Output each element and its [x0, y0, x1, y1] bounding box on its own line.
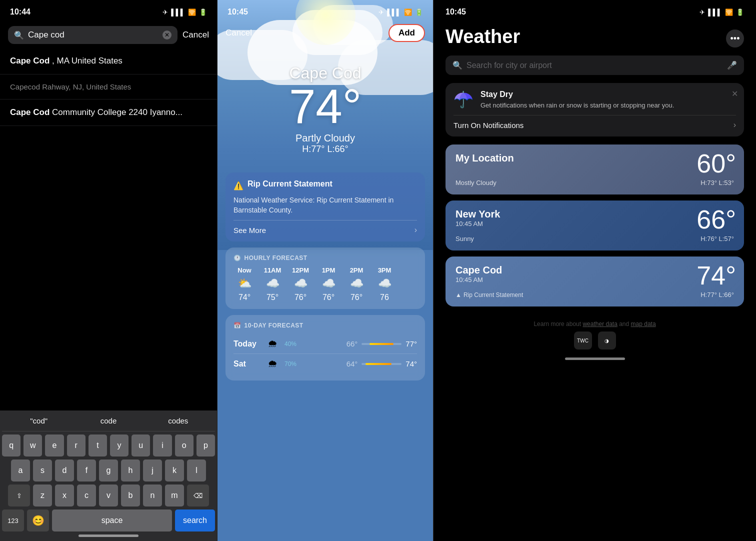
key-s[interactable]: s: [33, 460, 52, 482]
hourly-icon: ☁️: [294, 277, 308, 290]
shift-key[interactable]: ⇧: [8, 484, 30, 506]
key-t[interactable]: t: [88, 434, 107, 456]
stay-dry-content: ☂️ Stay Dry Get notifications when rain …: [454, 90, 736, 110]
key-e[interactable]: e: [45, 434, 64, 456]
key-y[interactable]: y: [110, 434, 128, 456]
key-b[interactable]: b: [121, 484, 140, 506]
key-u[interactable]: u: [132, 434, 150, 456]
tenday-row: Sat 🌧 70% 64° 74°: [234, 354, 417, 374]
tenday-icon: 🌧: [264, 358, 282, 370]
emoji-key[interactable]: 😊: [27, 510, 49, 532]
suggestion-2[interactable]: code: [74, 414, 143, 427]
stay-dry-text: Stay Dry Get notifications when rain or …: [480, 90, 674, 110]
turn-on-notifications-button[interactable]: Turn On Notifications: [454, 121, 524, 130]
key-h[interactable]: h: [121, 460, 140, 482]
result-secondary: Capecod Rahway, NJ, United States: [10, 82, 207, 91]
rip-current-card: ⚠️ Rip Current Statement National Weathe…: [226, 172, 425, 242]
hourly-temp: 76°: [350, 293, 362, 302]
loc-name-ny: New York: [456, 208, 500, 220]
key-w[interactable]: w: [24, 434, 42, 456]
loc-name-col-ny: New York 10:45 AM: [456, 208, 500, 228]
weather-add-button[interactable]: Add: [388, 24, 425, 42]
cape-cod-card[interactable]: Cape Cod 10:45 AM 74° ▲ Rip Current Stat…: [446, 256, 744, 306]
battery-icon-w: 🔋: [415, 8, 423, 16]
hourly-icon: ☁️: [266, 277, 280, 290]
key-i[interactable]: i: [153, 434, 172, 456]
loc-name-col-cc: Cape Cod 10:45 AM: [456, 264, 502, 284]
key-r[interactable]: r: [67, 434, 86, 456]
tenday-forecast-label: 📅 10-DAY FORECAST: [234, 322, 417, 329]
mic-icon-list: 🎤: [727, 60, 737, 70]
keyboard-row-1: q w e r t y u i o p: [2, 434, 215, 456]
search-box[interactable]: 🔍 Cape cod ✕: [8, 26, 178, 44]
loc-temp-cc: 74°: [696, 262, 736, 288]
search-clear-button[interactable]: ✕: [162, 30, 172, 40]
loc-temp-my: 60°: [696, 150, 736, 176]
loc-condition-ny: Sunny: [456, 235, 474, 242]
search-panel: 10:44 ✈ ▌▌▌ 🛜 🔋 🔍 Cape cod ✕ Cancel Cape…: [0, 0, 218, 541]
suggestion-3[interactable]: codes: [144, 414, 213, 427]
suggestion-1[interactable]: "cod": [4, 414, 74, 427]
search-result-item[interactable]: Cape Cod Community College 2240 Iyanno..…: [0, 100, 217, 126]
key-q[interactable]: q: [2, 434, 20, 456]
key-n[interactable]: n: [143, 484, 162, 506]
loc-name-cc: Cape Cod: [456, 264, 502, 276]
loc-top-row-cc: Cape Cod 10:45 AM 74°: [456, 264, 734, 284]
key-a[interactable]: a: [11, 460, 30, 482]
delete-key[interactable]: ⌫: [187, 484, 209, 506]
status-bar-weather: 10:45 ✈ ▌▌▌ 🛜 🔋: [218, 0, 433, 22]
num-key[interactable]: 123: [2, 510, 24, 532]
hourly-time: 11AM: [264, 266, 282, 274]
search-cancel-button[interactable]: Cancel: [182, 30, 209, 40]
umbrella-icon: ☂️: [454, 90, 474, 109]
status-icons-list: ✈ ▌▌▌ 🛜 🔋: [700, 8, 744, 16]
search-key[interactable]: search: [175, 510, 215, 532]
status-icons-weather: ✈ ▌▌▌ 🛜 🔋: [378, 8, 423, 16]
see-more-text[interactable]: See More: [234, 226, 266, 234]
battery-icon-l: 🔋: [736, 8, 744, 16]
key-x[interactable]: x: [55, 484, 74, 506]
key-v[interactable]: v: [99, 484, 118, 506]
list-home-indicator: [434, 354, 756, 364]
key-d[interactable]: d: [55, 460, 74, 482]
weather-scroll-area[interactable]: ⚠️ Rip Current Statement National Weathe…: [218, 164, 433, 541]
key-l[interactable]: l: [187, 460, 206, 482]
status-time-weather: 10:45: [228, 8, 248, 16]
key-g[interactable]: g: [99, 460, 118, 482]
search-input-value[interactable]: Cape cod: [28, 30, 158, 40]
search-result-item[interactable]: Cape Cod , MA United States: [0, 48, 217, 74]
chevron-right-icon: ›: [414, 226, 417, 234]
key-m[interactable]: m: [165, 484, 184, 506]
search-result-item[interactable]: Capecod Rahway, NJ, United States: [0, 74, 217, 100]
calendar-icon: 📅: [234, 322, 242, 329]
location-icon: ✈: [162, 8, 168, 16]
loc-bottom-row: Mostly Cloudy H:73° L:53°: [456, 179, 734, 186]
loc-warning-cc: ▲ Rip Current Statement: [456, 292, 523, 298]
key-z[interactable]: z: [33, 484, 52, 506]
key-f[interactable]: f: [77, 460, 96, 482]
space-key[interactable]: space: [52, 510, 172, 532]
ellipsis-button[interactable]: •••: [726, 30, 744, 48]
list-title: Weather: [446, 26, 520, 48]
key-k[interactable]: k: [165, 460, 184, 482]
loc-bottom-row-ny: Sunny H:76° L:57°: [456, 235, 734, 242]
map-data-link[interactable]: map data: [631, 320, 656, 328]
stay-dry-close-button[interactable]: ✕: [732, 89, 738, 98]
weather-data-link[interactable]: weather data: [582, 320, 617, 328]
signal-icon-l: ▌▌▌: [708, 8, 722, 16]
new-york-card[interactable]: New York 10:45 AM 66° Sunny H:76° L:57°: [446, 200, 744, 250]
status-bar-search: 10:44 ✈ ▌▌▌ 🛜 🔋: [0, 0, 217, 22]
key-p[interactable]: p: [196, 434, 215, 456]
list-header: Weather •••: [434, 22, 756, 56]
key-o[interactable]: o: [175, 434, 194, 456]
list-search-bar[interactable]: 🔍 Search for city or airport 🎤: [446, 56, 744, 75]
hourly-item: Now ⛅ 74°: [234, 266, 256, 302]
weather-detail-panel: 10:45 ✈ ▌▌▌ 🛜 🔋 Cancel Add Cape Cod 74° …: [218, 0, 434, 541]
result-rest: Community College 2240 Iyanno...: [52, 108, 182, 117]
key-c[interactable]: c: [77, 484, 96, 506]
search-placeholder-list: Search for city or airport: [466, 61, 552, 70]
weather-cancel-button[interactable]: Cancel: [226, 28, 252, 38]
my-location-card[interactable]: My Location 60° Mostly Cloudy H:73° L:53…: [446, 144, 744, 194]
tenday-lo: 64°: [346, 360, 358, 368]
key-j[interactable]: j: [143, 460, 162, 482]
